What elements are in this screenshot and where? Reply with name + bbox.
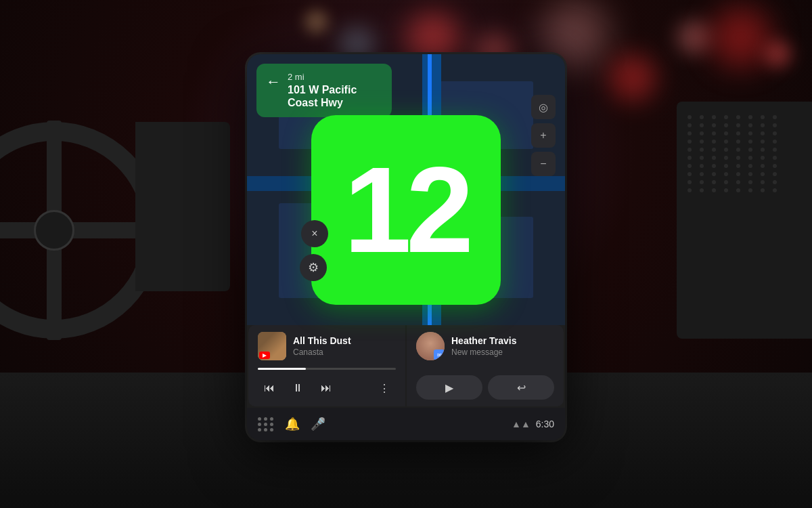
clock: 6:30 [536,419,554,429]
grille-dot [773,140,777,144]
grille-dot [736,115,740,119]
play-pause-button[interactable]: ⏸ [286,377,309,400]
music-progress-fill [258,368,306,370]
music-text: All This Dust Canasta [293,335,351,357]
signal-icon: ▲▲ [512,419,531,429]
message-panel: ✉ Heather Travis New message ▶ ↩ [407,325,564,406]
zoom-in-button[interactable]: + [531,123,556,148]
location-button[interactable]: ◎ [531,95,556,119]
music-panel: All This Dust Canasta ⏮ ⏸ ⏭ ⋮ [248,325,405,406]
grille-dot [712,131,716,135]
nav-distance: 2 mi [288,72,357,82]
grille-dot [761,131,765,135]
grille-dot [712,148,716,152]
grille-dot [736,148,740,152]
close-button[interactable]: × [301,220,328,247]
grille-dot [712,140,716,144]
grille-dot [773,123,777,127]
grille-dot [687,123,692,127]
grille-dot [773,148,777,152]
grille-dot [712,115,716,119]
speed-value: 12 [344,149,468,271]
next-button[interactable]: ⏭ [315,377,338,400]
grille-dot [748,148,752,152]
grille-dot [736,188,740,192]
grille-dot [700,131,704,135]
contact-name: Heather Travis [451,335,517,346]
app-dot [258,423,261,426]
bell-icon[interactable]: 🔔 [285,417,300,431]
grille-dot [773,156,777,160]
music-controls: ⏮ ⏸ ⏭ ⋮ [258,377,396,400]
grille-dot [687,188,692,192]
bottom-panels: All This Dust Canasta ⏮ ⏸ ⏭ ⋮ ✉ [247,325,565,406]
grille-dot [724,123,728,127]
more-button[interactable]: ⋮ [373,377,396,400]
grille-dot [736,131,740,135]
grille-dot [700,164,704,168]
grille-dot [761,180,765,184]
speed-overlay: 12 [311,115,501,305]
play-message-button[interactable]: ▶ [416,375,482,400]
grille-dot [773,164,777,168]
grille-dot [761,148,765,152]
grille-dot [687,148,692,152]
grille-dot [736,140,740,144]
album-art [258,332,286,360]
grille-dot [724,164,728,168]
message-badge: ✉ [434,350,445,360]
grille-dot [773,172,777,176]
grille-dot [748,172,752,176]
grille-dot [700,148,704,152]
grille-dot [724,140,728,144]
grille-dot [736,164,740,168]
grille-dot [724,131,728,135]
settings-button[interactable]: ⚙ [300,254,327,281]
grille-dot [712,164,716,168]
app-dot [270,423,273,426]
grille-dot [748,164,752,168]
apps-grid[interactable] [258,417,274,431]
prev-button[interactable]: ⏮ [258,377,281,400]
grille-dots-left: // Generate dots [135,122,230,149]
grille-dot [724,115,728,119]
map-controls: ◎ + − [531,95,556,176]
music-artist: Canasta [293,347,351,357]
grille-dot [761,140,765,144]
app-dot [264,417,267,421]
grille-dot [687,156,692,160]
turn-arrow: ← [266,73,281,91]
grille-dot [712,172,716,176]
grille-dot [773,131,777,135]
grille-dot [773,115,777,119]
grille-dot [724,148,728,152]
grille-dot [748,123,752,127]
app-dot [258,417,261,421]
reply-button[interactable]: ↩ [488,375,554,400]
grille-dot [712,180,716,184]
grille-dot [687,180,692,184]
app-dot [264,423,267,426]
grille-dot [712,123,716,127]
message-preview: New message [451,347,517,357]
grille-dot [687,115,692,119]
speaker-left: // Generate dots [135,122,230,291]
navigation-card: ← 2 mi 101 W Pacific Coast Hwy [256,64,392,117]
music-progress-bar[interactable] [258,368,396,370]
grille-dot [773,188,777,192]
grille-dot [748,156,752,160]
contact-avatar: ✉ [416,332,445,360]
youtube-badge [259,352,270,359]
microphone-icon[interactable]: 🎤 [311,417,325,431]
zoom-out-button[interactable]: − [531,152,556,176]
grille-dot [736,123,740,127]
grille-dot [687,164,692,168]
message-actions: ▶ ↩ [416,375,554,400]
grille-dot [712,188,716,192]
grille-dot [761,172,765,176]
grille-dot [700,115,704,119]
android-auto-screen: ← 2 mi 101 W Pacific Coast Hwy ◎ + − 12 … [247,54,565,440]
grille-dot [712,156,716,160]
grille-dot [700,188,704,192]
grille-dot [700,140,704,144]
